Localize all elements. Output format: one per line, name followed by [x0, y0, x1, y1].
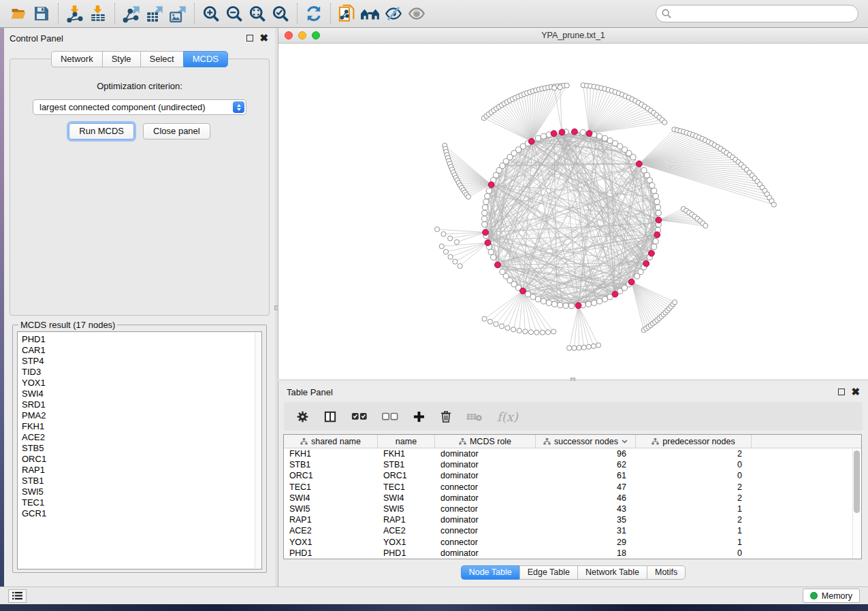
cell-shared-name: ORC1: [284, 471, 378, 480]
network-titlebar[interactable]: YPA_prune.txt_1: [278, 28, 868, 44]
zoom-selected-button[interactable]: [269, 2, 292, 25]
cell-mcds-role: connector: [435, 482, 536, 492]
column-header-name[interactable]: name: [378, 435, 435, 448]
mcds-result-item[interactable]: RAP1: [22, 465, 261, 476]
table-row[interactable]: PHD1PHD1dominator180: [284, 548, 861, 559]
mcds-result-item[interactable]: SWI5: [22, 486, 261, 497]
import-table-button[interactable]: [86, 2, 110, 25]
cell-predecessor-nodes: 1: [636, 538, 752, 547]
cell-shared-name: STB1: [284, 460, 378, 469]
table-row[interactable]: FKH1FKH1dominator962: [284, 448, 861, 459]
export-network-button[interactable]: [120, 2, 143, 25]
float-panel-icon[interactable]: [838, 389, 845, 395]
mcds-result-item[interactable]: YOX1: [22, 378, 261, 389]
mcds-result-item[interactable]: STB5: [22, 443, 261, 454]
mcds-result-item[interactable]: STB1: [22, 476, 261, 486]
export-table-button[interactable]: [143, 2, 166, 25]
mcds-result-item[interactable]: PHD1: [22, 334, 261, 345]
mcds-list-scrollbar[interactable]: [255, 333, 261, 568]
plus-icon[interactable]: [413, 410, 425, 423]
close-panel-icon[interactable]: ✖: [259, 35, 268, 42]
mcds-result-item[interactable]: TID3: [22, 367, 261, 378]
open-session-button[interactable]: [7, 2, 30, 25]
mcds-result-item[interactable]: STP4: [22, 356, 261, 367]
table-row[interactable]: TEC1TEC1connector472: [284, 482, 861, 493]
table-header-row: shared namenameMCDS rolesuccessor nodesp…: [284, 435, 861, 448]
zoom-out-button[interactable]: [223, 2, 246, 25]
export-image-button[interactable]: [166, 2, 189, 25]
column-header-predecessor-nodes[interactable]: predecessor nodes: [636, 435, 752, 448]
gear-icon[interactable]: [296, 410, 309, 423]
tab-style[interactable]: Style: [102, 51, 140, 67]
mcds-result-list[interactable]: PHD1CAR1STP4TID3YOX1SWI4SRD1PMA2FKH1ACE2…: [17, 331, 262, 569]
mcds-result-item[interactable]: SWI4: [22, 389, 261, 399]
delete-table-icon: [466, 411, 483, 423]
tab-node-table[interactable]: Node Table: [461, 565, 519, 580]
mcds-result-item[interactable]: ACE2: [22, 432, 261, 443]
table-row[interactable]: ACE2ACE2connector311: [284, 525, 861, 536]
cell-successor-nodes: 96: [536, 449, 636, 459]
table-row[interactable]: STB1STB1dominator620: [284, 459, 861, 470]
tab-network[interactable]: Network: [51, 51, 102, 67]
show-hidden-button[interactable]: [405, 2, 428, 25]
show-panels-button[interactable]: [8, 589, 27, 603]
search-icon: [662, 9, 671, 18]
two-columns-icon[interactable]: [323, 410, 337, 423]
refresh-button[interactable]: [302, 2, 325, 25]
mcds-result-item[interactable]: SRD1: [22, 399, 261, 410]
tab-mcds[interactable]: MCDS: [183, 51, 228, 67]
zoom-in-icon: [202, 5, 221, 23]
memory-label: Memory: [822, 591, 852, 601]
table-scrollbar[interactable]: [852, 449, 861, 559]
table-row[interactable]: YOX1YOX1connector291: [284, 537, 861, 548]
memory-button[interactable]: Memory: [803, 589, 860, 603]
search-field-wrap: [656, 5, 858, 22]
cell-name: FKH1: [378, 449, 435, 459]
close-panel-icon[interactable]: ✖: [851, 389, 860, 395]
cell-name: SWI4: [378, 493, 435, 503]
column-header-shared-name[interactable]: shared name: [284, 435, 378, 448]
hide-selected-button[interactable]: [382, 2, 405, 25]
tab-select[interactable]: Select: [140, 51, 183, 67]
table-scrollbar-thumb[interactable]: [854, 450, 860, 513]
cell-predecessor-nodes: 2: [636, 482, 752, 492]
tab-motifs[interactable]: Motifs: [647, 565, 686, 580]
cell-mcds-role: connector: [435, 538, 536, 547]
cell-successor-nodes: 62: [536, 460, 636, 469]
zoom-in-button[interactable]: [199, 2, 223, 25]
table-row[interactable]: SWI4SWI4dominator462: [284, 493, 861, 503]
mcds-result-item[interactable]: PMA2: [22, 410, 261, 421]
new-network-from-selection-button[interactable]: [336, 2, 359, 25]
tab-edge-table[interactable]: Edge Table: [519, 565, 577, 580]
binoculars-button[interactable]: [359, 2, 382, 25]
mcds-result-item[interactable]: CAR1: [22, 345, 261, 356]
run-mcds-button[interactable]: Run MCDS: [69, 123, 134, 139]
mcds-result-item[interactable]: TEC1: [22, 497, 261, 508]
mcds-result-item[interactable]: ORC1: [22, 454, 261, 465]
table-body: FKH1FKH1dominator962STB1STB1dominator620…: [284, 448, 861, 559]
cell-mcds-role: dominator: [435, 449, 536, 459]
namespace-icon: [652, 438, 659, 445]
import-network-button[interactable]: [63, 2, 86, 25]
save-session-button[interactable]: [30, 2, 53, 25]
float-panel-icon[interactable]: [246, 35, 253, 42]
network-canvas[interactable]: [278, 44, 868, 379]
checkbox-checked-icon[interactable]: [351, 411, 368, 423]
close-panel-button[interactable]: Close panel: [143, 123, 210, 139]
criterion-select[interactable]: largest connected component (undirected): [33, 99, 246, 115]
column-header-mcds-role[interactable]: MCDS role: [435, 435, 536, 448]
namespace-icon: [459, 438, 466, 445]
trash-icon[interactable]: [440, 410, 452, 423]
table-row[interactable]: RAP1RAP1dominator352: [284, 514, 861, 525]
mcds-result-item[interactable]: GCR1: [22, 508, 261, 519]
zoom-fit-button[interactable]: [246, 2, 269, 25]
search-input[interactable]: [656, 5, 858, 22]
table-row[interactable]: SWI5SWI5connector431: [284, 503, 861, 514]
column-header-successor-nodes[interactable]: successor nodes: [536, 435, 636, 448]
mcds-result-item[interactable]: FKH1: [22, 421, 261, 432]
table-row[interactable]: ORC1ORC1dominator610: [284, 470, 861, 481]
cell-name: STB1: [378, 460, 435, 469]
tab-network-table[interactable]: Network Table: [577, 565, 647, 580]
checkbox-unchecked-icon[interactable]: [382, 411, 398, 423]
memory-status-icon: [810, 592, 818, 599]
